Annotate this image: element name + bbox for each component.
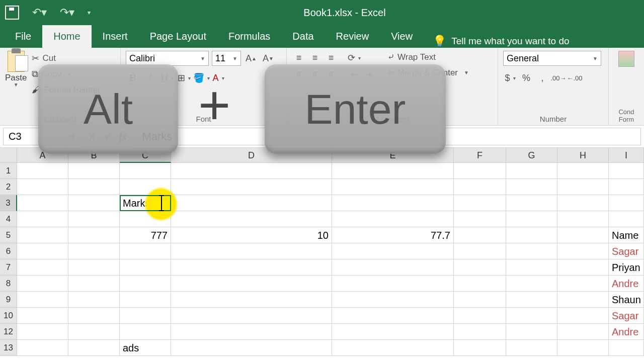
- cell-C6[interactable]: [120, 243, 171, 259]
- row-header-9[interactable]: 9: [0, 292, 17, 308]
- cell-H4[interactable]: [557, 211, 609, 227]
- tab-review[interactable]: Review: [325, 25, 380, 48]
- cell-D4[interactable]: [171, 211, 332, 227]
- cell-B4[interactable]: [68, 211, 120, 227]
- cell-I13[interactable]: [609, 340, 644, 356]
- cell-B5[interactable]: [68, 227, 120, 243]
- cell-F2[interactable]: [454, 179, 506, 195]
- cell-E12[interactable]: [332, 324, 454, 340]
- row-header-3[interactable]: 3: [0, 195, 17, 211]
- cell-B6[interactable]: [68, 243, 120, 259]
- cell-C5[interactable]: 777: [120, 227, 171, 243]
- cell-E1[interactable]: [332, 163, 454, 179]
- cell-D5[interactable]: 10: [171, 227, 332, 243]
- cell-D13[interactable]: [171, 340, 332, 356]
- cell-B7[interactable]: [68, 259, 120, 276]
- cell-G5[interactable]: [506, 227, 557, 243]
- cell-E3[interactable]: [332, 195, 454, 211]
- paste-dropdown[interactable]: ▼: [14, 82, 19, 87]
- paste-icon[interactable]: [8, 51, 25, 72]
- cell-I2[interactable]: [609, 179, 644, 195]
- cell-F8[interactable]: [454, 276, 506, 292]
- cell-D10[interactable]: [171, 308, 332, 324]
- cell-G8[interactable]: [506, 276, 557, 292]
- cell-F4[interactable]: [454, 211, 506, 227]
- save-icon[interactable]: [5, 6, 19, 20]
- cell-G3[interactable]: [506, 195, 557, 211]
- cell-I12[interactable]: Andre: [609, 324, 644, 340]
- cell-D9[interactable]: [171, 292, 332, 308]
- cell-G6[interactable]: [506, 243, 557, 259]
- cell-B13[interactable]: [68, 340, 120, 356]
- tab-home[interactable]: Home: [42, 25, 91, 48]
- cell-H6[interactable]: [557, 243, 609, 259]
- cut-button[interactable]: ✂Cut: [32, 52, 100, 65]
- cell-C3[interactable]: Marks total number of subjects: [120, 195, 171, 211]
- cell-C4[interactable]: [120, 211, 171, 227]
- cell-D3[interactable]: [171, 195, 332, 211]
- cell-C8[interactable]: [120, 276, 171, 292]
- cell-C12[interactable]: [120, 324, 171, 340]
- cell-B1[interactable]: [68, 163, 120, 179]
- cell-G12[interactable]: [506, 324, 557, 340]
- cell-H8[interactable]: [557, 276, 609, 292]
- tab-formulas[interactable]: Formulas: [217, 25, 281, 48]
- cell-I10[interactable]: Sagar: [609, 308, 644, 324]
- row-header-5[interactable]: 5: [0, 227, 17, 243]
- cell-F13[interactable]: [454, 340, 506, 356]
- font-size-combo[interactable]: 11▼: [212, 51, 241, 66]
- conditional-format-icon[interactable]: [618, 51, 634, 67]
- cell-A3[interactable]: [17, 195, 68, 211]
- cell-E9[interactable]: [332, 292, 454, 308]
- cell-F1[interactable]: [454, 163, 506, 179]
- qat-customize-icon[interactable]: ▾: [88, 9, 91, 16]
- row-header-2[interactable]: 2: [0, 179, 17, 195]
- undo-button[interactable]: ↶▾: [32, 6, 47, 19]
- row-header-4[interactable]: 4: [0, 211, 17, 227]
- cell-C9[interactable]: [120, 292, 171, 308]
- accounting-button[interactable]: $▾: [503, 71, 517, 85]
- cell-B8[interactable]: [68, 276, 120, 292]
- cell-C13[interactable]: ads: [120, 340, 171, 356]
- cell-H2[interactable]: [557, 179, 609, 195]
- cell-F10[interactable]: [454, 308, 506, 324]
- cell-G2[interactable]: [506, 179, 557, 195]
- cell-E8[interactable]: [332, 276, 454, 292]
- cell-H9[interactable]: [557, 292, 609, 308]
- cell-A10[interactable]: [17, 308, 68, 324]
- cell-F3[interactable]: [454, 195, 506, 211]
- cell-A8[interactable]: [17, 276, 68, 292]
- cell-B2[interactable]: [68, 179, 120, 195]
- row-header-12[interactable]: 12: [0, 324, 17, 340]
- cell-I3[interactable]: [609, 195, 644, 211]
- cell-A12[interactable]: [17, 324, 68, 340]
- row-header-6[interactable]: 6: [0, 243, 17, 259]
- cell-E6[interactable]: [332, 243, 454, 259]
- cell-B3[interactable]: [68, 195, 120, 211]
- cell-F7[interactable]: [454, 259, 506, 276]
- cell-C10[interactable]: [120, 308, 171, 324]
- cell-G7[interactable]: [506, 259, 557, 276]
- cell-G4[interactable]: [506, 211, 557, 227]
- cell-C2[interactable]: [120, 179, 171, 195]
- cell-D8[interactable]: [171, 276, 332, 292]
- cell-H5[interactable]: [557, 227, 609, 243]
- cell-H12[interactable]: [557, 324, 609, 340]
- select-all-button[interactable]: [0, 148, 17, 163]
- cell-C1[interactable]: [120, 163, 171, 179]
- cell-I5[interactable]: Name: [609, 227, 644, 243]
- wrap-text-button[interactable]: ⤶Wrap Text: [387, 51, 469, 63]
- cell-H3[interactable]: [557, 195, 609, 211]
- decrease-decimal-button[interactable]: ←.00: [568, 71, 582, 85]
- tab-page-layout[interactable]: Page Layout: [139, 25, 217, 48]
- cell-H10[interactable]: [557, 308, 609, 324]
- number-format-combo[interactable]: General▼: [503, 51, 601, 66]
- cell-C7[interactable]: [120, 259, 171, 276]
- cell-I1[interactable]: [609, 163, 644, 179]
- orientation-button[interactable]: ⟳▾: [347, 51, 361, 65]
- row-header-8[interactable]: 8: [0, 276, 17, 292]
- cell-G13[interactable]: [506, 340, 557, 356]
- column-header-F[interactable]: F: [454, 148, 506, 163]
- cell-I8[interactable]: Andre: [609, 276, 644, 292]
- worksheet-grid[interactable]: ABCDEFGHI 123Marks total number of subje…: [0, 148, 644, 356]
